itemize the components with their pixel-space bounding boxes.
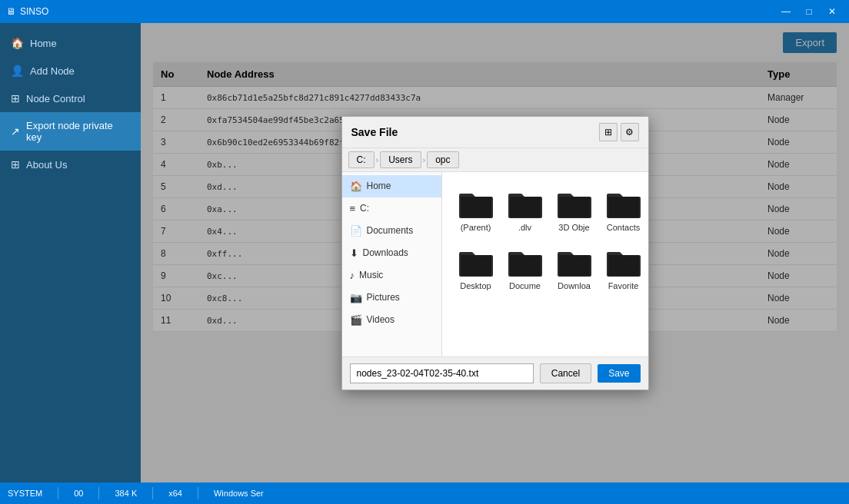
status-divider-2 bbox=[98, 487, 99, 499]
breadcrumb-bar: C: › Users › opc bbox=[342, 148, 648, 172]
dialog-title-bar: Save File ⊞ ⚙ bbox=[342, 117, 648, 148]
folder-panel-item-music[interactable]: ♪ Music bbox=[342, 264, 441, 287]
status-system: SYSTEM bbox=[8, 489, 42, 498]
folder-item-icon-music: ♪ bbox=[350, 270, 355, 281]
file-item-label: Contacts bbox=[607, 223, 640, 232]
folder-icon bbox=[507, 189, 544, 220]
folder-item-icon-pictures: 📷 bbox=[350, 292, 362, 303]
sidebar: 🏠 Home 👤 Add Node ⊞ Node Control ↗ Expor… bbox=[0, 23, 141, 482]
close-button[interactable]: ✕ bbox=[821, 1, 843, 22]
file-item-label: Favorite bbox=[608, 281, 639, 290]
folder-item-label-c: C: bbox=[360, 203, 369, 214]
sidebar-item-export-key[interactable]: ↗ Export node private key bbox=[0, 112, 141, 151]
folder-icon bbox=[556, 247, 593, 278]
file-item-label: Desktop bbox=[460, 281, 491, 290]
folder-panel-item-downloads[interactable]: ⬇ Downloads bbox=[342, 242, 441, 264]
file-item-label: Docume bbox=[509, 281, 541, 290]
status-arch: x64 bbox=[168, 489, 182, 498]
folder-panel-item-videos[interactable]: 🎬 Videos bbox=[342, 309, 441, 331]
dialog-body: 🏠 Home ≡ C: 📄 Documents ⬇ Downloads ♪ Mu… bbox=[342, 172, 648, 356]
file-item-label: Downloa bbox=[558, 281, 591, 290]
dialog-settings-button[interactable]: ⚙ bbox=[621, 123, 639, 141]
folder-item-label-documents: Documents bbox=[367, 225, 414, 236]
status-memory: 384 K bbox=[115, 489, 137, 498]
sidebar-item-about-us[interactable]: ⊞ About Us bbox=[0, 151, 141, 178]
add-node-icon: 👤 bbox=[11, 65, 24, 77]
folder-panel: 🏠 Home ≡ C: 📄 Documents ⬇ Downloads ♪ Mu… bbox=[342, 172, 442, 356]
folder-item-label-pictures: Pictures bbox=[367, 292, 400, 303]
breadcrumb-c[interactable]: C: bbox=[348, 151, 375, 168]
folder-item-label-home: Home bbox=[367, 181, 391, 191]
folder-icon bbox=[605, 247, 642, 278]
dialog-overlay: Save File ⊞ ⚙ C: › Users › opc bbox=[141, 23, 849, 482]
breadcrumb-sep-2: › bbox=[423, 155, 426, 164]
status-00: 00 bbox=[74, 489, 83, 498]
folder-panel-item-documents[interactable]: 📄 Documents bbox=[342, 220, 441, 242]
sidebar-label-export-key: Export node private key bbox=[26, 120, 130, 143]
file-item-label: .dlv bbox=[518, 223, 531, 232]
sidebar-item-node-control[interactable]: ⊞ Node Control bbox=[0, 85, 141, 112]
folder-item-label-videos: Videos bbox=[367, 314, 395, 325]
title-bar: 🖥 SINSO — □ ✕ bbox=[0, 0, 849, 23]
file-item-.dlv[interactable]: .dlv bbox=[504, 184, 547, 237]
about-us-icon: ⊞ bbox=[11, 158, 20, 171]
save-file-dialog: Save File ⊞ ⚙ C: › Users › opc bbox=[341, 116, 649, 390]
file-item-favorite[interactable]: Favorite bbox=[602, 243, 645, 295]
sidebar-label-node-control: Node Control bbox=[26, 93, 85, 104]
folder-panel-item-home[interactable]: 🏠 Home bbox=[342, 175, 441, 197]
file-item-3dobje[interactable]: 3D Obje bbox=[553, 184, 596, 237]
main-content: Export No Node Address Type 1 0x86cb71d1… bbox=[141, 23, 849, 482]
cancel-button[interactable]: Cancel bbox=[540, 363, 591, 383]
file-panel: (Parent) .dlv 3D Obje Contacts bbox=[442, 172, 648, 356]
file-item-docume[interactable]: Docume bbox=[504, 243, 547, 295]
maximize-button[interactable]: □ bbox=[798, 1, 820, 22]
folder-icon bbox=[458, 247, 494, 278]
file-item-downloa[interactable]: Downloa bbox=[553, 243, 596, 295]
status-divider-1 bbox=[58, 487, 58, 499]
breadcrumb-sep-1: › bbox=[376, 155, 379, 164]
minimize-button[interactable]: — bbox=[775, 1, 797, 22]
folder-item-icon-home: 🏠 bbox=[350, 181, 362, 192]
breadcrumb-users[interactable]: Users bbox=[380, 151, 421, 168]
file-grid: (Parent) .dlv 3D Obje Contacts bbox=[448, 178, 642, 301]
folder-item-label-music: Music bbox=[359, 270, 383, 280]
folder-icon bbox=[507, 247, 544, 278]
folder-icon bbox=[556, 189, 593, 220]
status-divider-4 bbox=[198, 487, 198, 499]
file-item-label: 3D Obje bbox=[558, 223, 589, 232]
file-item-(parent)[interactable]: (Parent) bbox=[454, 184, 498, 237]
filename-input[interactable] bbox=[350, 363, 534, 383]
home-icon: 🏠 bbox=[11, 37, 24, 49]
file-item-contacts[interactable]: Contacts bbox=[602, 184, 645, 237]
file-item-label: (Parent) bbox=[461, 223, 491, 232]
dialog-footer: Cancel Save bbox=[342, 356, 648, 390]
folder-panel-item-c[interactable]: ≡ C: bbox=[342, 197, 441, 220]
folder-panel-item-pictures[interactable]: 📷 Pictures bbox=[342, 287, 441, 309]
sidebar-label-about-us: About Us bbox=[26, 159, 67, 171]
sidebar-item-add-node[interactable]: 👤 Add Node bbox=[0, 57, 141, 85]
status-bar: SYSTEM 00 384 K x64 Windows Ser bbox=[0, 482, 849, 504]
breadcrumb-opc[interactable]: opc bbox=[427, 151, 458, 168]
export-key-icon: ↗ bbox=[11, 125, 20, 138]
app-body: 🏠 Home 👤 Add Node ⊞ Node Control ↗ Expor… bbox=[0, 23, 849, 482]
app-title: SINSO bbox=[20, 6, 48, 17]
folder-item-icon-documents: 📄 bbox=[350, 225, 362, 237]
folder-icon bbox=[458, 189, 494, 220]
folder-item-icon-videos: 🎬 bbox=[350, 314, 362, 326]
save-button[interactable]: Save bbox=[598, 364, 640, 383]
folder-item-label-downloads: Downloads bbox=[363, 247, 408, 258]
sidebar-item-home[interactable]: 🏠 Home bbox=[0, 29, 141, 57]
status-divider-3 bbox=[152, 487, 153, 499]
file-item-desktop[interactable]: Desktop bbox=[454, 243, 498, 295]
node-control-icon: ⊞ bbox=[11, 92, 20, 104]
dialog-title-text: Save File bbox=[351, 126, 398, 138]
status-os: Windows Ser bbox=[214, 489, 264, 498]
window-controls: — □ ✕ bbox=[775, 1, 843, 22]
dialog-grid-view-button[interactable]: ⊞ bbox=[599, 123, 618, 141]
sidebar-label-add-node: Add Node bbox=[30, 65, 75, 77]
sidebar-label-home: Home bbox=[30, 38, 57, 49]
dialog-title-controls: ⊞ ⚙ bbox=[599, 123, 639, 141]
folder-icon bbox=[605, 189, 642, 220]
app-icon: 🖥 bbox=[6, 6, 15, 17]
folder-item-icon-c: ≡ bbox=[350, 203, 356, 214]
